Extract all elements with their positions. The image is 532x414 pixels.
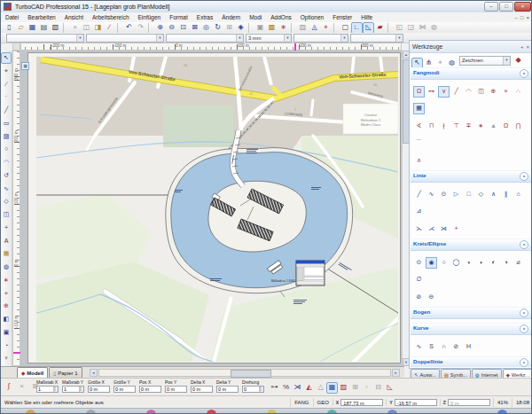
snap-face-icon[interactable]: ◫ — [475, 86, 487, 98]
solid-icon[interactable]: ▣ — [1, 327, 12, 339]
menu-modi[interactable]: Modi — [245, 13, 266, 21]
zoom-full-icon[interactable]: ◎ — [200, 22, 212, 34]
line-roof-icon[interactable]: ⌂ — [512, 189, 524, 200]
star-icon[interactable]: ∗ — [1, 275, 12, 286]
line-rotated-rect-icon[interactable]: ◇ — [475, 189, 487, 200]
field-maßstab-y[interactable]: 1▴▾ — [62, 386, 84, 393]
deselect-icon[interactable]: × — [16, 381, 27, 393]
curve-closed-icon[interactable]: ⊘ — [450, 341, 462, 353]
pie-icon[interactable]: ◔ — [1, 340, 12, 352]
align-grid-icon[interactable]: ⊞ — [349, 382, 361, 394]
property-combo[interactable]: ▾ — [166, 34, 244, 43]
skew-icon[interactable]: ◺ — [384, 382, 395, 394]
horizontal-ruler[interactable]: -200 m-100 m0 m100 m200 m300 m — [20, 43, 402, 51]
taskbar-app-icon[interactable] — [327, 410, 337, 414]
link-dimensions-icon[interactable]: ⊶ — [269, 382, 280, 394]
snap-overlap-icon[interactable]: ⋂ — [512, 121, 524, 132]
palette-launcher-icon[interactable]: ◆ — [512, 55, 524, 66]
field-größe-x[interactable]: 0 m — [88, 386, 110, 393]
redo-icon[interactable]: ↷ — [135, 22, 146, 34]
circle-concentric-icon[interactable]: ◉ — [426, 257, 437, 269]
snap-toggle[interactable]: FANG — [290, 398, 312, 407]
line-multiline-icon[interactable]: ∿ — [426, 189, 437, 200]
geo-toggle[interactable]: GEO — [313, 398, 332, 407]
section-header-kreis-ellipse[interactable]: Kreis/Ellipse« — [411, 238, 531, 251]
coord-x-value[interactable]: 187,73 m — [340, 399, 383, 406]
redraw-icon[interactable]: ↻ — [212, 22, 223, 34]
snap-tangent-icon[interactable]: ⊤ — [450, 121, 462, 132]
circle-icon[interactable]: ○ — [1, 144, 12, 155]
lights-icon[interactable]: ∗ — [278, 22, 289, 34]
windows-taskbar[interactable] — [1, 408, 532, 414]
select-icon[interactable]: ↖ — [1, 52, 12, 64]
field-drehung[interactable]: 0▴▾ — [242, 386, 264, 393]
field-maßstab-x[interactable]: 1▴▾ — [36, 386, 59, 393]
ellipse-fixed-icon[interactable]: ⊖ — [426, 292, 437, 303]
collapse-chevron-icon[interactable]: « — [520, 324, 528, 333]
hscroll-right-button[interactable]: ▸ — [392, 369, 400, 377]
snap-tool-icon[interactable]: ⌖ — [1, 288, 12, 300]
panel-title-bar[interactable]: Werkzeuge + × — [410, 41, 532, 53]
dimension-icon[interactable]: ◫ — [1, 209, 12, 221]
menu-extras[interactable]: Extras — [192, 13, 217, 21]
bounds-icon[interactable]: ▫ — [361, 382, 372, 394]
section-header-doppellinie[interactable]: Doppellinie« — [411, 356, 531, 367]
array-icon[interactable]: ▦ — [326, 382, 338, 394]
circle-2point-icon[interactable]: ○ — [438, 257, 450, 269]
viewport-icon[interactable]: ◲ — [405, 22, 417, 34]
section-header-bogen[interactable]: Bogen« — [411, 307, 531, 319]
line-snap-icon[interactable]: + — [450, 223, 462, 235]
section-header-linie[interactable]: Linie« — [411, 170, 531, 183]
sphere-icon[interactable]: ◍ — [1, 262, 12, 273]
hscroll-left-button[interactable]: ◂ — [90, 369, 98, 377]
flatten-icon[interactable]: ⊟ — [372, 382, 384, 394]
snap-settings-icon[interactable]: ⌖ — [320, 22, 332, 34]
pen-icon[interactable]: ∕ — [1, 79, 12, 90]
menu-addons[interactable]: AddOns — [266, 13, 296, 21]
zoom-out-icon[interactable]: ⊖ — [166, 22, 177, 34]
snap-curve-icon[interactable]: ⌒ — [413, 137, 425, 149]
property-combo[interactable]: ▾ — [350, 34, 403, 43]
line-triangle-icon[interactable]: ⊿ — [413, 206, 425, 217]
page-setup-icon[interactable]: ▢ — [340, 22, 351, 34]
taskbar-app-icon[interactable] — [26, 410, 35, 414]
zoom-extents-icon[interactable]: ⊡ — [177, 22, 189, 34]
snap-perp-icon[interactable]: ∤ — [438, 121, 450, 132]
snap-quadrant-icon[interactable]: ⊓ — [426, 121, 437, 132]
print-icon[interactable]: ▤ — [38, 22, 50, 34]
half-plane-icon[interactable]: ◧ — [1, 314, 12, 325]
legend-window[interactable] — [296, 261, 325, 285]
menu-optionen[interactable]: Optionen — [296, 13, 328, 21]
arc-icon[interactable]: ◠ — [1, 157, 12, 168]
menu-datei[interactable]: Datei — [1, 13, 23, 21]
scrollbar-thumb[interactable] — [231, 370, 271, 378]
snap-center-icon[interactable]: ⊕ — [488, 86, 499, 98]
snap-divide-icon[interactable]: ∴ — [512, 86, 524, 98]
mirror-icon[interactable]: ⋊ — [292, 382, 303, 394]
vertical-scrollbar[interactable]: ▲ ▼ — [402, 51, 409, 366]
ellipse-axis-icon[interactable]: ◑ — [500, 257, 512, 269]
horizontal-scrollbar[interactable] — [98, 369, 391, 377]
zoom-window-icon[interactable]: ⊠ — [189, 22, 200, 34]
print-preview-icon[interactable]: ▧ — [50, 22, 61, 34]
views-icon[interactable]: ◈ — [235, 22, 246, 34]
circle-tangent-icon[interactable]: ⊘ — [413, 292, 425, 303]
taskbar-app-icon[interactable] — [497, 410, 507, 414]
paste-icon[interactable]: ◨ — [92, 22, 104, 34]
text-icon[interactable]: A — [1, 236, 12, 247]
collapse-chevron-icon[interactable]: « — [520, 240, 528, 249]
restore-button[interactable]: □ — [499, 2, 513, 12]
snap-on-line-icon[interactable]: ╱ — [450, 86, 462, 98]
line-tangent-arc-icon[interactable]: ⋌ — [426, 223, 437, 235]
taskbar-app-icon[interactable] — [86, 410, 96, 414]
menu-format[interactable]: Format — [165, 13, 192, 21]
snap-arc-icon[interactable]: ◠ — [463, 86, 474, 98]
property-combo[interactable]: 3 mm▾ — [246, 34, 292, 43]
section-header-kurve[interactable]: Kurve« — [411, 323, 531, 335]
open-icon[interactable]: ▱ — [15, 22, 27, 34]
line-bisector-icon[interactable]: ⋋ — [413, 223, 425, 235]
taskbar-app-icon[interactable] — [267, 410, 277, 414]
circle-3point-icon[interactable]: ◯ — [450, 257, 462, 269]
save-icon[interactable]: ▦ — [27, 22, 38, 34]
ellipse-rot-icon[interactable]: ◐ — [488, 257, 499, 269]
